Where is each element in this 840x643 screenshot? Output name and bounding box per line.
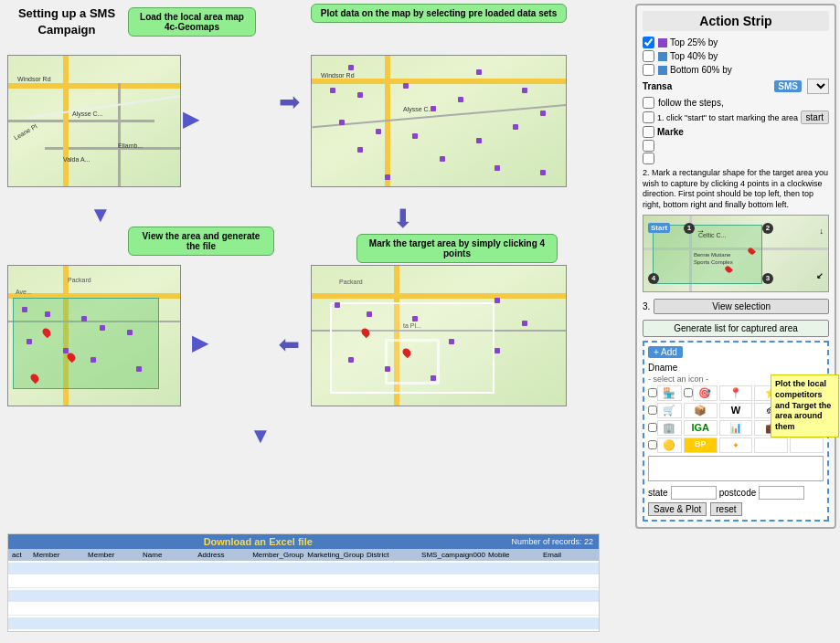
market-extra-rows [643,140,829,164]
col-mobile: Mobile [488,551,540,559]
arrow-step2-to-step3 [87,201,114,228]
checkbox-top40-label: Top 40% by [670,51,718,61]
checkbox-follow[interactable]: follow the steps, [643,97,829,109]
icon-cell-20[interactable] [790,437,824,453]
table-row [8,563,599,574]
diagram-arrow-3: ➡ [279,331,300,361]
checkbox-top40[interactable]: Top 40% by [643,50,829,62]
icon-check-2[interactable] [684,388,693,397]
step3-num: 3. [643,301,650,311]
checkbox-bottom60[interactable]: Bottom 60% by [643,64,829,76]
checkbox-top25-label: Top 25% by [670,37,718,47]
icon-cell-16[interactable]: 🟡 [657,437,682,453]
add-button[interactable]: + Add [648,346,683,358]
col-name: Name [143,551,195,559]
description-textarea[interactable] [648,456,824,481]
checkbox-top40-input[interactable] [643,50,654,62]
follow-label: follow the steps, [658,98,724,108]
step2-instruction: 2. Mark a rectangular shape for the targ… [643,168,829,211]
postcode-label: postcode [719,488,757,498]
icon-cell-7[interactable]: 📦 [684,403,718,418]
icon-cell-12[interactable]: IGA [684,420,718,436]
checkbox-bottom60-input[interactable] [643,64,654,76]
point-3: 3 [762,273,773,284]
yellow-note: Plot the local competitors and Target th… [771,374,839,437]
table-body [8,563,599,629]
market-row: Marke [643,126,829,138]
step4-bubble: Mark the target area by simply clicking … [356,234,558,263]
icon-cell-6[interactable]: 🛒 [657,403,682,418]
icon-cell-13[interactable]: 📊 [719,420,753,436]
icon-cell-18[interactable]: 🔸 [719,437,753,453]
start-point: Start [648,223,670,233]
download-label[interactable]: Download an Excel file [14,536,502,547]
table-row [8,604,599,616]
map3: Packard Ave... [7,265,181,406]
icon-check-16[interactable] [648,440,657,449]
state-row: state postcode [648,486,824,500]
arrow-to-download [247,422,274,449]
point-4: 4 [648,273,659,284]
market-label: Marke [657,127,684,137]
icon-cell-2[interactable]: 🎯 [693,385,718,401]
col-act: act [12,551,30,559]
step1-text: 1. click "start" to start marking the ar… [657,113,801,122]
transa-label: Transa [643,81,774,91]
icon-check-1[interactable] [648,388,657,397]
map1: Windsor Rd Alysse C... Leane Pl Valda A.… [7,55,181,187]
mini-map: Start 1 2 3 4 Celtic C... Bernie Mutiane… [643,215,829,292]
table-row [8,590,599,602]
checkbox-market2[interactable] [643,140,654,152]
icon-cell-3[interactable]: 📍 [719,385,753,401]
arrow-step1-to-step2 [183,110,210,128]
step3-row: 3. View selection [643,296,829,317]
icon-cell-17[interactable]: BP [684,437,718,453]
map2: Windsor Rd Alysse C... [311,55,567,187]
checkbox-market[interactable] [643,126,654,138]
generate-list-button[interactable]: Generate list for captured area [643,320,829,337]
col-email: Email [543,551,595,559]
step2-bubble: Plot data on the map by selecting pre lo… [311,4,567,23]
col-member1: Member [33,551,85,559]
state-input[interactable] [671,486,717,500]
save-plot-button[interactable]: Save & Plot [648,502,707,516]
col-address: Address [197,551,250,559]
step1-bubble: Load the local area map 4c-Geomaps [128,7,256,37]
download-section: Download an Excel file Number of records… [7,533,600,632]
col-district: District [367,551,419,559]
step1-row: 1. click "start" to start marking the ar… [643,111,829,124]
checkbox-follow-input[interactable] [643,97,654,109]
col-member2: Member [88,551,140,559]
transa-row: Transa SMS [643,79,829,94]
checkbox-top25[interactable]: Top 25% by [643,37,829,48]
icon-cell-1[interactable]: 🏪 [657,385,682,401]
col-sms: SMS_campaign000 [421,551,485,559]
icon-cell-11[interactable]: 🏢 [657,420,682,436]
view-selection-button[interactable]: View selection [654,299,829,314]
arrow-step3-to-step4 [192,333,219,352]
step3-bubble: View the area and generate the file [128,227,274,256]
checkbox-step1[interactable] [643,111,654,123]
point-1: 1 [684,223,695,234]
icon-check-11[interactable] [648,423,657,432]
icon-cell-19[interactable] [754,437,788,453]
table-header: act Member Member Name Address Member_Gr… [8,549,599,561]
checkbox-top25-input[interactable] [643,37,654,48]
table-row [8,576,599,588]
postcode-input[interactable] [759,486,804,500]
map4: Packard ta Pl... [311,265,567,406]
table-row [8,617,599,629]
sms-badge: SMS [774,80,802,92]
diagram-arrow-1: ➡ [279,87,300,117]
start-button[interactable]: start [801,111,829,124]
sms-select[interactable] [807,79,829,94]
reset-button[interactable]: reset [710,502,741,516]
checkbox-market3[interactable] [643,153,654,164]
checkbox-bottom60-label: Bottom 60% by [670,65,732,75]
col-member-group: Member_Group [252,551,304,559]
col-marketing-group: Marketing_Group [307,551,364,559]
action-strip: Action Strip Top 25% by Top 40% by Botto… [635,4,836,529]
page-title: Setting up a SMS Campaign [7,5,126,38]
icon-check-6[interactable] [648,406,657,415]
icon-cell-8[interactable]: W [719,403,753,418]
